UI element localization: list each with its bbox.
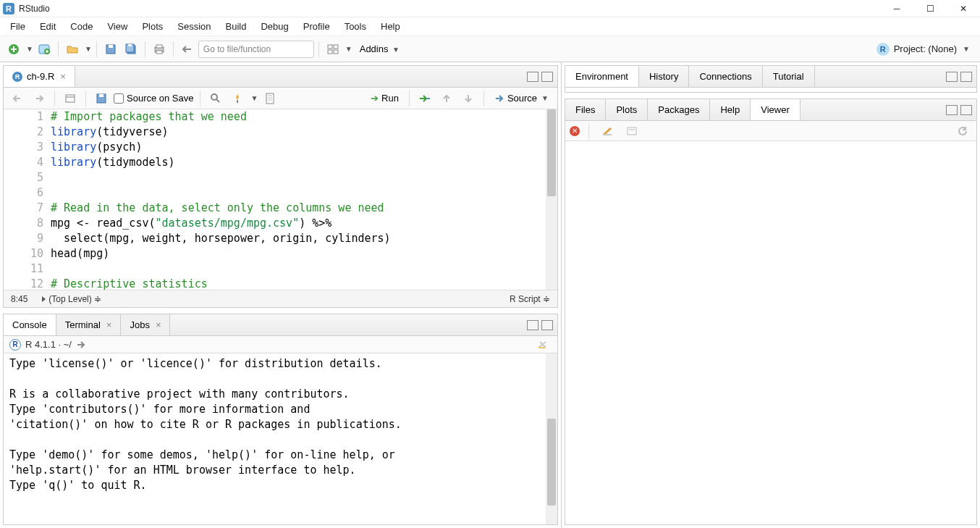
- files-tab-packages[interactable]: Packages: [648, 99, 710, 120]
- new-file-button[interactable]: [4, 41, 23, 58]
- r-file-icon: R: [12, 72, 22, 82]
- scope-navigator[interactable]: (Top Level) ≑: [42, 294, 101, 304]
- addins-menu[interactable]: Addins ▼: [354, 41, 405, 57]
- open-file-button[interactable]: [63, 41, 82, 58]
- console-header-text: R 4.1.1 · ~/: [25, 339, 72, 350]
- title-bar: R RStudio ─ ☐ ✕: [0, 0, 980, 17]
- down-section-button[interactable]: [459, 90, 478, 107]
- app-logo-icon: R: [3, 3, 14, 14]
- print-button[interactable]: [150, 41, 169, 58]
- menu-tools[interactable]: Tools: [337, 18, 373, 35]
- env-tab-environment[interactable]: Environment: [565, 66, 639, 87]
- toolbar-separator: [58, 41, 59, 57]
- save-source-button[interactable]: [92, 90, 111, 107]
- refresh-viewer-button[interactable]: [953, 122, 972, 140]
- remove-viewer-item-button[interactable]: ✕: [570, 126, 580, 136]
- svg-rect-21: [603, 134, 612, 135]
- compile-report-button[interactable]: [261, 90, 279, 107]
- goto-file-input[interactable]: Go to file/function: [198, 41, 314, 58]
- pane-minimize-icon[interactable]: [946, 72, 958, 82]
- toolbar-separator: [145, 41, 145, 57]
- menu-view[interactable]: View: [100, 18, 135, 35]
- svg-rect-4: [109, 45, 113, 48]
- pane-maximize-icon[interactable]: [960, 72, 972, 82]
- panes-dropdown[interactable]: ▼: [345, 45, 352, 53]
- open-recent-dropdown[interactable]: ▼: [85, 45, 92, 53]
- env-tab-tutorial[interactable]: Tutorial: [763, 66, 815, 87]
- env-tab-connections[interactable]: Connections: [689, 66, 762, 87]
- code-tools-button[interactable]: [228, 90, 247, 107]
- minimize-button[interactable]: ─: [880, 0, 913, 17]
- environment-pane: EnvironmentHistoryConnectionsTutorial: [565, 65, 977, 93]
- menu-help[interactable]: Help: [373, 18, 407, 35]
- source-on-save-label: Source on Save: [127, 93, 194, 104]
- nav-back-button[interactable]: [8, 90, 27, 107]
- run-label: Run: [381, 93, 399, 104]
- svg-rect-10: [156, 51, 162, 54]
- close-tab-icon[interactable]: ×: [106, 319, 112, 330]
- pane-maximize-icon[interactable]: [541, 320, 553, 330]
- files-tab-files[interactable]: Files: [565, 99, 606, 120]
- console-tab-console[interactable]: Console: [4, 314, 56, 335]
- close-tab-icon[interactable]: ×: [156, 319, 161, 330]
- pane-minimize-icon[interactable]: [946, 105, 958, 115]
- svg-rect-19: [266, 93, 274, 104]
- pane-minimize-icon[interactable]: [527, 320, 538, 330]
- source-statusbar: 8:45 (Top Level) ≑ R Script ≑: [4, 290, 557, 307]
- viewer-body: [565, 141, 976, 524]
- goto-wd-icon[interactable]: [76, 340, 86, 349]
- source-button[interactable]: Source ▼: [490, 91, 553, 105]
- close-tab-icon[interactable]: ×: [60, 71, 66, 82]
- menu-debug[interactable]: Debug: [253, 18, 295, 35]
- project-label: Project: (None): [894, 43, 957, 54]
- save-all-button[interactable]: [122, 41, 140, 58]
- r-logo-icon: R: [9, 339, 21, 351]
- toolbar-separator: [173, 41, 174, 57]
- file-type-label[interactable]: R Script ≑: [510, 294, 550, 304]
- workspace-panes-button[interactable]: [324, 41, 342, 58]
- open-browser-button[interactable]: [622, 122, 641, 140]
- run-button[interactable]: ➔Run: [366, 91, 403, 105]
- new-project-button[interactable]: [35, 41, 54, 58]
- svg-rect-20: [538, 347, 546, 348]
- close-button[interactable]: ✕: [947, 0, 980, 17]
- find-button[interactable]: [206, 90, 225, 107]
- maximize-button[interactable]: ☐: [913, 0, 947, 17]
- app-title: RStudio: [19, 4, 50, 14]
- env-tab-history[interactable]: History: [639, 66, 689, 87]
- editor-scrollbar[interactable]: [546, 109, 557, 290]
- pane-maximize-icon[interactable]: [960, 105, 972, 115]
- save-button[interactable]: [101, 41, 120, 58]
- source-label: Source: [507, 93, 537, 104]
- files-tab-viewer[interactable]: Viewer: [751, 99, 801, 120]
- menu-build[interactable]: Build: [219, 18, 254, 35]
- menu-profile[interactable]: Profile: [296, 18, 337, 35]
- console-output[interactable]: Type 'license()' or 'licence()' for dist…: [4, 353, 557, 524]
- new-file-dropdown[interactable]: ▼: [26, 45, 33, 53]
- project-menu[interactable]: R Project: (None) ▼: [876, 43, 976, 56]
- menu-edit[interactable]: Edit: [33, 18, 63, 35]
- goto-previous-button[interactable]: [178, 41, 197, 58]
- console-tab-terminal[interactable]: Terminal×: [56, 314, 122, 335]
- menu-code[interactable]: Code: [63, 18, 100, 35]
- files-tab-help[interactable]: Help: [710, 99, 751, 120]
- source-file-tab[interactable]: R ch-9.R ×: [4, 66, 75, 87]
- source-file-tab-label: ch-9.R: [27, 71, 54, 82]
- nav-forward-button[interactable]: [30, 90, 48, 107]
- files-tab-plots[interactable]: Plots: [606, 99, 648, 120]
- code-editor[interactable]: 12345678910111213 # Import packages that…: [4, 109, 557, 290]
- clear-console-button[interactable]: [533, 336, 552, 353]
- pane-maximize-icon[interactable]: [541, 72, 553, 82]
- show-in-new-window-button[interactable]: [61, 90, 80, 107]
- rerun-button[interactable]: [415, 90, 434, 107]
- source-on-save-checkbox[interactable]: Source on Save: [114, 93, 194, 104]
- console-tab-jobs[interactable]: Jobs×: [121, 314, 170, 335]
- up-section-button[interactable]: [437, 90, 456, 107]
- console-scrollbar[interactable]: [546, 353, 557, 524]
- menu-session[interactable]: Session: [170, 18, 218, 35]
- menu-file[interactable]: File: [3, 18, 33, 35]
- menu-plots[interactable]: Plots: [135, 18, 170, 35]
- pane-minimize-icon[interactable]: [527, 72, 538, 82]
- clear-viewer-button[interactable]: [598, 122, 617, 140]
- code-tools-dropdown[interactable]: ▼: [251, 94, 258, 102]
